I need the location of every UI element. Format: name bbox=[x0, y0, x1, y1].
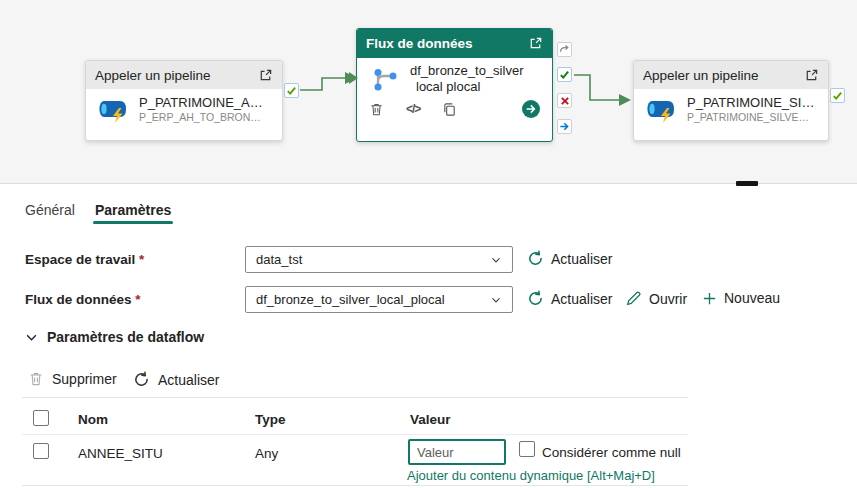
connector-on-skip[interactable] bbox=[557, 42, 572, 57]
chevron-down-icon bbox=[490, 254, 502, 266]
activity-node-dataflow[interactable]: Flux de données df_bronze_to_silv bbox=[356, 28, 553, 142]
pipeline-icon bbox=[642, 96, 680, 124]
activity-node-invoke-pipeline-2[interactable]: Appeler un pipeline P_PATRIMOINE_SI… bbox=[633, 60, 829, 141]
connection-line-1 bbox=[300, 78, 346, 90]
delete-icon bbox=[28, 371, 44, 387]
required-asterisk: * bbox=[135, 292, 140, 307]
dataflow-new-label: Nouveau bbox=[724, 290, 780, 306]
chevron-down-icon bbox=[490, 294, 502, 306]
node2-input-connector bbox=[349, 72, 358, 84]
node3-success-badge[interactable] bbox=[830, 88, 845, 103]
parameter-value-input[interactable] bbox=[408, 439, 506, 465]
pipeline-icon bbox=[94, 96, 132, 124]
table-bottom-divider bbox=[22, 485, 688, 486]
node1-header: Appeler un pipeline bbox=[86, 61, 282, 89]
delete-icon[interactable] bbox=[369, 102, 384, 117]
pipeline-editor: Appeler un pipeline P_PATRIMOINE_A… bbox=[0, 0, 857, 488]
activity-node-invoke-pipeline-1[interactable]: Appeler un pipeline P_PATRIMOINE_A… bbox=[85, 60, 283, 141]
skip-arrow-icon bbox=[559, 44, 570, 55]
connection-arrow-2 bbox=[619, 94, 631, 106]
open-in-new-icon[interactable] bbox=[804, 68, 819, 83]
add-icon bbox=[702, 291, 717, 306]
dataflow-open-button[interactable]: Ouvrir bbox=[625, 290, 687, 307]
row-checkbox[interactable] bbox=[33, 443, 49, 459]
column-header-name: Nom bbox=[78, 412, 108, 427]
node3-header: Appeler un pipeline bbox=[634, 61, 828, 89]
copy-icon[interactable] bbox=[442, 102, 457, 117]
workspace-label: Espace de travail * bbox=[25, 252, 144, 267]
arrow-right-icon bbox=[559, 121, 570, 132]
dataflow-refresh-label: Actualiser bbox=[551, 291, 612, 307]
node1-type-label: Appeler un pipeline bbox=[95, 68, 211, 83]
connector-on-failure[interactable] bbox=[557, 93, 572, 108]
dataflow-label: Flux de données * bbox=[25, 292, 141, 307]
connector-on-completion[interactable] bbox=[557, 119, 572, 134]
node3-subtitle: P_PATRIMOINE_SILVE… bbox=[687, 111, 814, 124]
chevron-down-icon bbox=[25, 331, 38, 344]
node2-name-line2: local plocal bbox=[410, 79, 523, 95]
node1-subtitle: P_ERP_AH_TO_BRON… bbox=[139, 111, 263, 124]
node1-name: P_PATRIMOINE_A… bbox=[139, 95, 263, 111]
table-header-divider bbox=[22, 434, 688, 435]
dataflow-open-label: Ouvrir bbox=[649, 291, 687, 307]
delete-label: Supprimer bbox=[52, 371, 117, 387]
pipeline-canvas[interactable]: Appeler un pipeline P_PATRIMOINE_A… bbox=[0, 0, 857, 184]
node2-footer: </> bbox=[357, 97, 552, 123]
toolbar-divider bbox=[22, 397, 688, 398]
toolbar-refresh-label: Actualiser bbox=[158, 372, 219, 388]
tab-parameters[interactable]: Paramètres bbox=[95, 202, 171, 218]
add-dynamic-content-link[interactable]: Ajouter du contenu dynamique [Alt+Maj+D] bbox=[407, 468, 655, 483]
node3-type-label: Appeler un pipeline bbox=[643, 68, 759, 83]
panel-divider bbox=[0, 183, 857, 184]
edit-icon bbox=[625, 290, 642, 307]
tab-general[interactable]: Général bbox=[25, 202, 75, 218]
open-in-new-icon[interactable] bbox=[528, 36, 543, 51]
refresh-icon bbox=[133, 371, 150, 388]
node2-type-label: Flux de données bbox=[366, 36, 473, 51]
panel-resize-handle[interactable] bbox=[736, 181, 758, 186]
parameter-name: ANNEE_SITU bbox=[78, 446, 163, 461]
node2-name-line1: df_bronze_to_silver bbox=[410, 63, 523, 79]
connection-line-2 bbox=[574, 75, 620, 100]
connector-on-success[interactable] bbox=[557, 67, 572, 82]
check-icon bbox=[286, 85, 297, 96]
dataflow-value: df_bronze_to_silver_local_plocal bbox=[256, 292, 490, 307]
code-icon[interactable]: </> bbox=[406, 102, 420, 116]
node3-body: P_PATRIMOINE_SI… P_PATRIMOINE_SILVE… bbox=[634, 89, 828, 130]
open-in-new-icon[interactable] bbox=[258, 68, 273, 83]
node3-name: P_PATRIMOINE_SI… bbox=[687, 95, 814, 111]
x-icon bbox=[560, 96, 570, 106]
tab-active-underline bbox=[93, 221, 173, 224]
refresh-icon bbox=[527, 290, 544, 307]
dataflow-dropdown[interactable]: df_bronze_to_silver_local_plocal bbox=[245, 286, 513, 313]
section-title: Paramètres de dataflow bbox=[47, 329, 204, 345]
node1-success-badge[interactable] bbox=[284, 83, 299, 98]
delete-parameter-button[interactable]: Supprimer bbox=[28, 371, 117, 387]
refresh-icon bbox=[527, 250, 544, 267]
workspace-value: data_tst bbox=[256, 252, 490, 267]
node2-header: Flux de données bbox=[357, 29, 552, 58]
dataflow-parameters-section-toggle[interactable]: Paramètres de dataflow bbox=[25, 329, 204, 345]
treat-as-null-checkbox[interactable] bbox=[519, 441, 535, 457]
dataflow-refresh-button[interactable]: Actualiser bbox=[527, 290, 612, 307]
check-icon bbox=[559, 69, 570, 80]
treat-as-null-label: Considérer comme null bbox=[542, 445, 681, 460]
column-header-value: Valeur bbox=[410, 412, 451, 427]
refresh-parameters-button[interactable]: Actualiser bbox=[133, 371, 219, 388]
node2-body: df_bronze_to_silver local plocal bbox=[357, 58, 552, 97]
select-all-checkbox[interactable] bbox=[33, 410, 49, 426]
dataflow-new-button[interactable]: Nouveau bbox=[702, 290, 780, 306]
workspace-dropdown[interactable]: data_tst bbox=[245, 246, 513, 273]
parameter-type: Any bbox=[255, 446, 278, 461]
workspace-refresh-button[interactable]: Actualiser bbox=[527, 250, 612, 267]
check-icon bbox=[832, 90, 843, 101]
column-header-type: Type bbox=[255, 412, 286, 427]
required-asterisk: * bbox=[139, 252, 144, 267]
dataflow-icon bbox=[371, 66, 401, 93]
workspace-refresh-label: Actualiser bbox=[551, 251, 612, 267]
node1-body: P_PATRIMOINE_A… P_ERP_AH_TO_BRON… bbox=[86, 89, 282, 130]
go-next-icon[interactable] bbox=[522, 100, 540, 118]
